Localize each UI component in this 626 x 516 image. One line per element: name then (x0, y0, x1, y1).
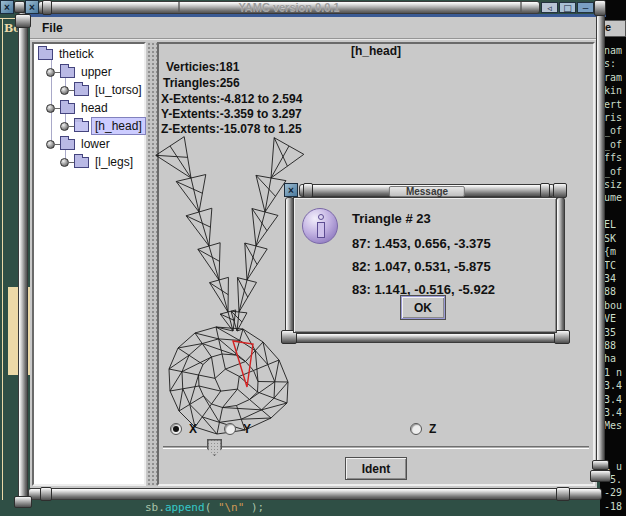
code-token: ); (244, 501, 264, 514)
terminal-line (604, 433, 626, 446)
slider-track[interactable] (163, 446, 589, 449)
tree-item-thetick[interactable]: thetick (56, 46, 97, 62)
menu-bar: File (30, 17, 597, 40)
tree-row[interactable]: [u_torso] (34, 82, 148, 100)
terminal-line: _of (604, 165, 626, 178)
terminal-line: 88 (604, 339, 626, 352)
tree-expander-icon[interactable] (60, 158, 69, 167)
tree-expander-icon[interactable] (46, 68, 55, 77)
info-icon (302, 208, 338, 244)
terminal-line: s: (604, 57, 626, 70)
dialog-vertex-line: 82: 1.047, 0.531, -5.875 (352, 259, 491, 274)
folder-icon (60, 139, 75, 150)
radio-z-label: Z (429, 422, 436, 436)
terminal-line: EL (604, 218, 626, 231)
tree-item-u-torso[interactable]: [u_torso] (92, 82, 145, 98)
folder-icon (60, 67, 75, 78)
window-left-border (18, 12, 28, 500)
pipe-elbow (594, 0, 606, 16)
radio-y[interactable] (224, 423, 236, 435)
tree-item-lower[interactable]: lower (78, 136, 113, 152)
terminal-line: VE (604, 312, 626, 325)
terminal-line: Mes (604, 419, 626, 432)
menu-file[interactable]: File (42, 21, 63, 35)
dialog-right-border (556, 197, 565, 333)
desktop: Bo e nams:ramkinertris_of_offfs_ofsizume… (0, 0, 626, 516)
terminal-line: 3.4 (604, 393, 626, 406)
terminal-line: nam (604, 44, 626, 57)
radio-x[interactable] (170, 423, 182, 435)
tree-expander-icon[interactable] (46, 104, 55, 113)
terminal-line: 88 (604, 285, 626, 298)
stat-vertices: Verticies:181 (166, 60, 239, 74)
terminal-line (604, 446, 626, 459)
terminal-text-column: nams:ramkinertris_of_offfs_ofsizume ELSK… (604, 44, 626, 513)
terminal-line: 35 (604, 326, 626, 339)
pipe-foot (592, 460, 609, 470)
terminal-line: siz (604, 178, 626, 191)
terminal-line: ha (604, 352, 626, 365)
radio-x-label: X (189, 422, 197, 436)
folder-icon (38, 49, 53, 60)
ok-button[interactable]: OK (400, 295, 446, 320)
terminal-line: SK (604, 232, 626, 245)
back-window-close-icon[interactable]: × (0, 0, 14, 14)
radio-y-label: Y (243, 422, 251, 436)
dialog-bottom-border (283, 333, 569, 343)
info-icon-stem (317, 222, 325, 238)
dialog-title: Message (389, 186, 465, 197)
tree-row[interactable]: lower (34, 136, 148, 154)
terminal-line: TC (604, 259, 626, 272)
tree-item-h-head-selected[interactable]: [h_head] (92, 118, 145, 134)
terminal-line: {m (604, 245, 626, 258)
pipe-joint (540, 183, 550, 198)
code-token: "\n" (218, 501, 245, 514)
terminal-line: _of (604, 124, 626, 137)
pipe-joint (14, 1, 25, 13)
stat-triangles: Triangles:256 (163, 76, 240, 90)
tree-row[interactable]: [l_legs] (34, 154, 148, 172)
stat-z-extents: Z-Extents:-15.078 to 1.25 (161, 122, 302, 136)
tree-item-l-legs[interactable]: [l_legs] (92, 154, 136, 170)
tree-item-upper[interactable]: upper (78, 64, 115, 80)
terminal-line: ram (604, 71, 626, 84)
terminal-line: _of (604, 138, 626, 151)
window-shade-icon[interactable]: ◃ (541, 2, 558, 13)
back-window-border (2, 18, 3, 500)
tree-expander-icon[interactable] (60, 122, 69, 131)
code-token: append (165, 501, 205, 514)
dialog-close-icon[interactable]: × (284, 183, 298, 197)
terminal-line: -18 (604, 500, 626, 513)
terminal-line: ert (604, 98, 626, 111)
tree-row[interactable]: upper (34, 64, 148, 82)
tree-expander-icon[interactable] (46, 140, 55, 149)
tree-item-head[interactable]: head (78, 100, 111, 116)
ident-button[interactable]: Ident (345, 457, 407, 480)
split-pane-divider[interactable] (147, 42, 157, 486)
tree-row[interactable]: [h_head] (34, 118, 148, 136)
pipe-foot (590, 470, 611, 482)
code-token: ( (205, 501, 218, 514)
tree-row[interactable]: head (34, 100, 148, 118)
terminal-line (604, 205, 626, 218)
tree-row[interactable]: thetick (34, 46, 148, 64)
model-tree-panel[interactable]: thetick upper [u_torso] head [h_head] lo… (32, 42, 146, 486)
code-token: sb. (145, 501, 165, 514)
window-maximize-icon[interactable]: □ (559, 2, 576, 13)
panel-title: [h_head] (157, 44, 595, 58)
tree-expander-icon[interactable] (60, 86, 69, 95)
window-minimize-icon[interactable]: − (577, 2, 594, 13)
radio-z[interactable] (410, 423, 422, 435)
dialog-titlebar[interactable]: Message (299, 184, 555, 197)
folder-icon (74, 157, 89, 168)
window-close-icon[interactable]: × (25, 0, 39, 14)
info-icon-dot (318, 214, 324, 220)
stat-y-extents: Y-Extents:-3.359 to 3.297 (161, 107, 302, 121)
window-title: YAMC version 0.0.1 (38, 1, 540, 13)
pipe-joint (556, 487, 570, 501)
folder-icon (74, 121, 89, 132)
folder-icon (74, 85, 89, 96)
terminal-line: 1 n (604, 366, 626, 379)
pipe-joint (15, 14, 31, 28)
pipe-joint (303, 183, 313, 198)
